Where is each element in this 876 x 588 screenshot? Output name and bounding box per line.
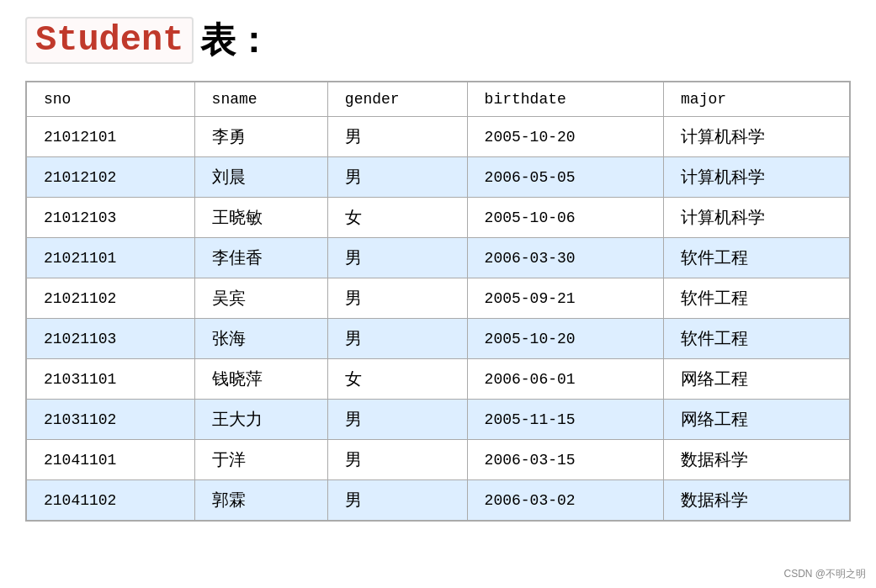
cell-gender: 男	[327, 440, 467, 480]
cell-sno: 21012101	[27, 117, 195, 157]
cell-sno: 21012103	[27, 198, 195, 238]
cell-sno: 21021102	[27, 278, 195, 319]
header-major: major	[664, 82, 850, 117]
cell-sname: 李勇	[194, 117, 327, 157]
cell-gender: 男	[327, 117, 467, 157]
cell-birthdate: 2006-03-15	[467, 440, 663, 480]
cell-birthdate: 2005-10-20	[467, 117, 663, 157]
cell-sno: 21021101	[27, 238, 195, 278]
cell-gender: 男	[327, 157, 467, 198]
cell-sno: 21021103	[27, 319, 195, 359]
cell-sname: 李佳香	[194, 238, 327, 278]
cell-sname: 于洋	[194, 440, 327, 480]
cell-birthdate: 2006-03-30	[467, 238, 663, 278]
cell-sno: 21041101	[27, 440, 195, 480]
cell-major: 计算机科学	[664, 198, 850, 238]
cell-major: 计算机科学	[664, 157, 850, 198]
table-row: 21012102刘晨男2006-05-05计算机科学	[27, 157, 850, 198]
cell-sno: 21031102	[27, 400, 195, 440]
cell-major: 计算机科学	[664, 117, 850, 157]
table-row: 21031102王大力男2005-11-15网络工程	[27, 400, 850, 440]
cell-sno: 21031101	[27, 359, 195, 400]
cell-major: 数据科学	[664, 480, 850, 521]
watermark: CSDN @不明之明	[783, 567, 866, 581]
cell-sname: 郭霖	[194, 480, 327, 521]
cell-sname: 王晓敏	[194, 198, 327, 238]
cell-birthdate: 2005-10-20	[467, 319, 663, 359]
table-row: 21012101李勇男2005-10-20计算机科学	[27, 117, 850, 157]
cell-major: 网络工程	[664, 400, 850, 440]
cell-birthdate: 2006-05-05	[467, 157, 663, 198]
cell-sname: 王大力	[194, 400, 327, 440]
cell-sno: 21041102	[27, 480, 195, 521]
cell-sno: 21012102	[27, 157, 195, 198]
cell-gender: 男	[327, 480, 467, 521]
cell-gender: 男	[327, 319, 467, 359]
table-header-row: snosnamegenderbirthdatemajor	[27, 82, 850, 117]
cell-birthdate: 2005-09-21	[467, 278, 663, 319]
cell-major: 网络工程	[664, 359, 850, 400]
cell-major: 数据科学	[664, 440, 850, 480]
student-table-container: snosnamegenderbirthdatemajor 21012101李勇男…	[25, 81, 851, 522]
cell-major: 软件工程	[664, 238, 850, 278]
header-sno: sno	[27, 82, 195, 117]
cell-sname: 钱晓萍	[194, 359, 327, 400]
table-row: 21021102吴宾男2005-09-21软件工程	[27, 278, 850, 319]
title-suffix: 表：	[200, 17, 271, 64]
table-row: 21021101李佳香男2006-03-30软件工程	[27, 238, 850, 278]
cell-gender: 男	[327, 278, 467, 319]
cell-major: 软件工程	[664, 278, 850, 319]
title-code: Student	[25, 17, 194, 64]
cell-birthdate: 2005-10-06	[467, 198, 663, 238]
cell-sname: 刘晨	[194, 157, 327, 198]
cell-sname: 吴宾	[194, 278, 327, 319]
cell-birthdate: 2006-06-01	[467, 359, 663, 400]
student-table: snosnamegenderbirthdatemajor 21012101李勇男…	[26, 82, 850, 521]
table-row: 21012103王晓敏女2005-10-06计算机科学	[27, 198, 850, 238]
table-row: 21031101钱晓萍女2006-06-01网络工程	[27, 359, 850, 400]
page-title: Student 表：	[25, 17, 851, 64]
cell-major: 软件工程	[664, 319, 850, 359]
cell-birthdate: 2006-03-02	[467, 480, 663, 521]
table-row: 21021103张海男2005-10-20软件工程	[27, 319, 850, 359]
cell-gender: 男	[327, 400, 467, 440]
header-gender: gender	[327, 82, 467, 117]
table-row: 21041102郭霖男2006-03-02数据科学	[27, 480, 850, 521]
cell-gender: 女	[327, 359, 467, 400]
header-sname: sname	[194, 82, 327, 117]
cell-birthdate: 2005-11-15	[467, 400, 663, 440]
cell-gender: 男	[327, 238, 467, 278]
cell-gender: 女	[327, 198, 467, 238]
header-birthdate: birthdate	[467, 82, 663, 117]
table-row: 21041101于洋男2006-03-15数据科学	[27, 440, 850, 480]
cell-sname: 张海	[194, 319, 327, 359]
